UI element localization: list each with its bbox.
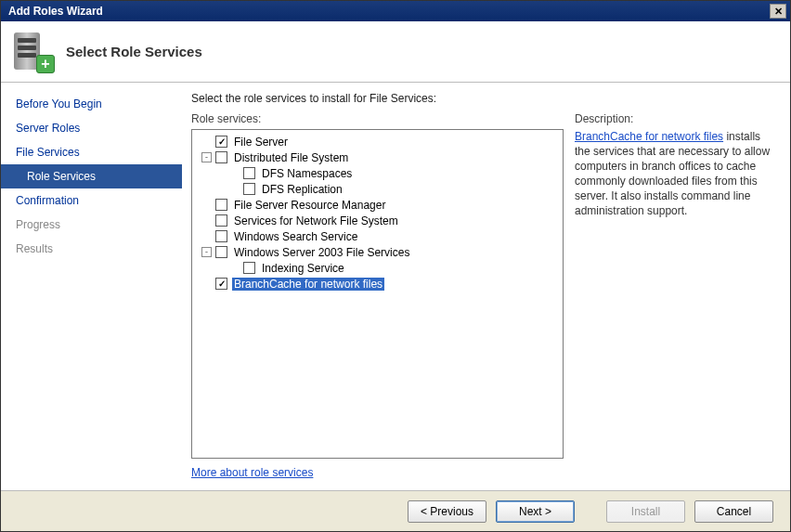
checkbox[interactable] <box>215 278 227 290</box>
steps-sidebar: Before You BeginServer RolesFile Service… <box>1 83 182 490</box>
previous-button[interactable]: < Previous <box>408 500 486 523</box>
cancel-button[interactable]: Cancel <box>694 500 773 523</box>
checkbox[interactable] <box>243 167 255 179</box>
checkbox[interactable] <box>215 246 227 258</box>
tree-node[interactable]: DFS Replication <box>194 181 561 197</box>
description-label: Description: <box>575 112 777 125</box>
description-text: BranchCache for network files installs t… <box>575 129 777 218</box>
tree-node[interactable]: DFS Namespaces <box>194 165 561 181</box>
tree-node-label[interactable]: Distributed File System <box>232 151 350 164</box>
tree-node[interactable]: Indexing Service <box>194 260 561 276</box>
role-services-tree[interactable]: File Server-Distributed File SystemDFS N… <box>191 129 564 459</box>
instruction-text: Select the role services to install for … <box>191 92 777 105</box>
checkbox[interactable] <box>215 230 227 242</box>
sidebar-step[interactable]: Results <box>1 237 182 261</box>
tree-node-label[interactable]: Windows Search Service <box>232 230 359 243</box>
content-columns: Role services: File Server-Distributed F… <box>191 112 777 485</box>
close-icon[interactable]: ✕ <box>770 4 786 19</box>
next-button[interactable]: Next > <box>496 500 575 523</box>
sidebar-step[interactable]: Before You Begin <box>1 92 182 116</box>
sidebar-step[interactable]: Progress <box>1 213 182 237</box>
tree-node[interactable]: Services for Network File System <box>194 213 561 228</box>
expander-icon[interactable]: - <box>201 247 212 257</box>
tree-node-label[interactable]: Indexing Service <box>260 262 346 275</box>
sidebar-step[interactable]: Role Services <box>1 164 182 188</box>
description-column: Description: BranchCache for network fil… <box>575 112 777 485</box>
wizard-header: + Select Role Services <box>1 21 790 83</box>
wizard-body: Before You BeginServer RolesFile Service… <box>1 83 790 490</box>
checkbox[interactable] <box>243 183 255 195</box>
checkbox[interactable] <box>243 262 255 274</box>
role-services-column: Role services: File Server-Distributed F… <box>191 112 564 485</box>
main-panel: Select the role services to install for … <box>182 83 790 490</box>
expander-icon[interactable]: - <box>201 152 212 162</box>
install-button: Install <box>606 500 685 523</box>
role-services-label: Role services: <box>191 112 564 125</box>
tree-node[interactable]: File Server Resource Manager <box>194 197 561 213</box>
add-roles-wizard-window: Add Roles Wizard ✕ + Select Role Service… <box>0 0 791 532</box>
sidebar-step[interactable]: Confirmation <box>1 188 182 213</box>
description-link[interactable]: BranchCache for network files <box>575 130 723 143</box>
titlebar: Add Roles Wizard ✕ <box>1 1 790 21</box>
tree-node[interactable]: BranchCache for network files <box>194 276 561 292</box>
sidebar-step[interactable]: File Services <box>1 140 182 164</box>
tree-node-label[interactable]: File Server Resource Manager <box>232 199 387 212</box>
tree-node[interactable]: -Windows Server 2003 File Services <box>194 244 561 260</box>
checkbox[interactable] <box>215 214 227 227</box>
tree-node[interactable]: File Server <box>194 134 561 149</box>
sidebar-step[interactable]: Server Roles <box>1 116 182 140</box>
wizard-footer: < Previous Next > Install Cancel <box>1 490 790 531</box>
window-title: Add Roles Wizard <box>5 5 770 18</box>
tree-node-label[interactable]: Services for Network File System <box>232 214 400 227</box>
checkbox[interactable] <box>215 199 227 211</box>
tree-node-label[interactable]: BranchCache for network files <box>232 278 384 291</box>
server-plus-icon: + <box>14 32 53 71</box>
tree-node-label[interactable]: File Server <box>232 136 290 149</box>
checkbox[interactable] <box>215 151 227 163</box>
more-about-link[interactable]: More about role services <box>191 466 564 485</box>
tree-node-label[interactable]: DFS Namespaces <box>260 167 354 180</box>
description-body: installs the services that are necessary… <box>575 130 770 217</box>
checkbox[interactable] <box>215 136 227 148</box>
tree-node-label[interactable]: Windows Server 2003 File Services <box>232 246 411 259</box>
tree-node[interactable]: Windows Search Service <box>194 228 561 244</box>
tree-node[interactable]: -Distributed File System <box>194 149 561 165</box>
page-title: Select Role Services <box>66 44 202 59</box>
tree-node-label[interactable]: DFS Replication <box>260 183 344 196</box>
